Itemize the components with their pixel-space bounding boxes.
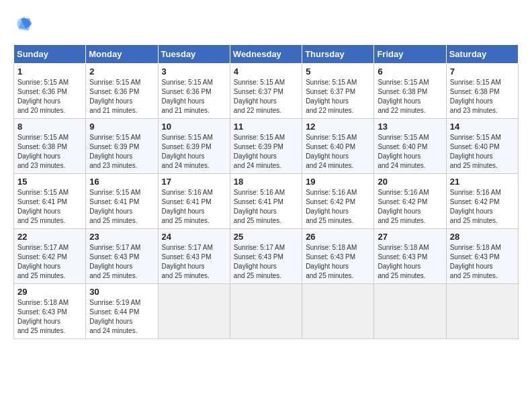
calendar-cell: 3 Sunrise: 5:15 AMSunset: 6:36 PMDayligh… (158, 64, 230, 119)
day-number: 17 (162, 177, 226, 187)
calendar-cell: 25 Sunrise: 5:17 AMSunset: 6:43 PMDaylig… (230, 229, 302, 284)
calendar-cell: 30 Sunrise: 5:19 AMSunset: 6:44 PMDaylig… (86, 284, 158, 339)
calendar-week-row: 8 Sunrise: 5:15 AMSunset: 6:38 PMDayligh… (14, 119, 519, 174)
weekday-header-friday: Friday (374, 45, 446, 64)
calendar-week-row: 15 Sunrise: 5:15 AMSunset: 6:41 PMDaylig… (14, 174, 519, 229)
calendar-cell: 19 Sunrise: 5:16 AMSunset: 6:42 PMDaylig… (302, 174, 374, 229)
calendar-cell (158, 284, 230, 339)
day-info: Sunrise: 5:15 AMSunset: 6:38 PMDaylight … (450, 79, 501, 114)
calendar-cell: 2 Sunrise: 5:15 AMSunset: 6:36 PMDayligh… (86, 64, 158, 119)
day-number: 14 (450, 122, 515, 132)
day-info: Sunrise: 5:19 AMSunset: 6:44 PMDaylight … (89, 299, 140, 334)
calendar-cell: 12 Sunrise: 5:15 AMSunset: 6:40 PMDaylig… (302, 119, 374, 174)
day-number: 11 (234, 122, 298, 132)
calendar-week-row: 1 Sunrise: 5:15 AMSunset: 6:36 PMDayligh… (14, 64, 519, 119)
day-number: 28 (450, 232, 515, 242)
day-info: Sunrise: 5:18 AMSunset: 6:43 PMDaylight … (306, 244, 357, 279)
calendar-cell: 14 Sunrise: 5:15 AMSunset: 6:40 PMDaylig… (446, 119, 518, 174)
day-number: 21 (450, 177, 515, 187)
weekday-header-tuesday: Tuesday (158, 45, 230, 64)
day-number: 25 (234, 232, 298, 242)
calendar-cell: 21 Sunrise: 5:16 AMSunset: 6:42 PMDaylig… (446, 174, 518, 229)
day-info: Sunrise: 5:17 AMSunset: 6:42 PMDaylight … (17, 244, 69, 279)
day-info: Sunrise: 5:15 AMSunset: 6:36 PMDaylight … (17, 79, 69, 114)
day-info: Sunrise: 5:15 AMSunset: 6:38 PMDaylight … (17, 134, 69, 169)
day-number: 16 (89, 177, 154, 187)
calendar-cell: 16 Sunrise: 5:15 AMSunset: 6:41 PMDaylig… (86, 174, 158, 229)
weekday-header-wednesday: Wednesday (230, 45, 302, 64)
calendar-cell: 29 Sunrise: 5:18 AMSunset: 6:43 PMDaylig… (14, 284, 86, 339)
day-number: 30 (89, 287, 154, 297)
day-number: 24 (162, 232, 226, 242)
calendar-cell: 17 Sunrise: 5:16 AMSunset: 6:41 PMDaylig… (158, 174, 230, 229)
day-number: 15 (17, 177, 82, 187)
day-info: Sunrise: 5:15 AMSunset: 6:41 PMDaylight … (17, 189, 69, 224)
day-info: Sunrise: 5:16 AMSunset: 6:41 PMDaylight … (162, 189, 213, 224)
day-info: Sunrise: 5:16 AMSunset: 6:41 PMDaylight … (234, 189, 285, 224)
day-number: 6 (378, 66, 442, 77)
calendar-cell: 23 Sunrise: 5:17 AMSunset: 6:43 PMDaylig… (86, 229, 158, 284)
day-number: 9 (89, 122, 154, 132)
day-number: 29 (17, 287, 82, 297)
day-info: Sunrise: 5:15 AMSunset: 6:36 PMDaylight … (162, 79, 213, 114)
calendar-cell: 11 Sunrise: 5:15 AMSunset: 6:39 PMDaylig… (230, 119, 302, 174)
day-info: Sunrise: 5:18 AMSunset: 6:43 PMDaylight … (17, 299, 69, 334)
logo-icon (13, 13, 34, 34)
day-info: Sunrise: 5:15 AMSunset: 6:37 PMDaylight … (306, 79, 357, 114)
weekday-header-monday: Monday (86, 45, 158, 64)
calendar-cell (374, 284, 446, 339)
calendar-cell (302, 284, 374, 339)
day-info: Sunrise: 5:16 AMSunset: 6:42 PMDaylight … (450, 189, 501, 224)
weekday-header-row: SundayMondayTuesdayWednesdayThursdayFrid… (14, 45, 519, 64)
day-number: 20 (378, 177, 442, 187)
calendar-cell: 15 Sunrise: 5:15 AMSunset: 6:41 PMDaylig… (14, 174, 86, 229)
day-number: 4 (234, 66, 298, 77)
day-info: Sunrise: 5:15 AMSunset: 6:40 PMDaylight … (450, 134, 501, 169)
calendar-table: SundayMondayTuesdayWednesdayThursdayFrid… (13, 44, 519, 339)
logo (13, 13, 36, 34)
calendar-body: 1 Sunrise: 5:15 AMSunset: 6:36 PMDayligh… (14, 64, 519, 339)
day-info: Sunrise: 5:16 AMSunset: 6:42 PMDaylight … (378, 189, 429, 224)
calendar-header: SundayMondayTuesdayWednesdayThursdayFrid… (14, 45, 519, 64)
calendar-cell: 4 Sunrise: 5:15 AMSunset: 6:37 PMDayligh… (230, 64, 302, 119)
day-info: Sunrise: 5:17 AMSunset: 6:43 PMDaylight … (89, 244, 140, 279)
day-info: Sunrise: 5:17 AMSunset: 6:43 PMDaylight … (234, 244, 285, 279)
calendar-cell: 18 Sunrise: 5:16 AMSunset: 6:41 PMDaylig… (230, 174, 302, 229)
day-info: Sunrise: 5:15 AMSunset: 6:40 PMDaylight … (306, 134, 357, 169)
calendar-cell: 1 Sunrise: 5:15 AMSunset: 6:36 PMDayligh… (14, 64, 86, 119)
weekday-header-sunday: Sunday (14, 45, 86, 64)
calendar-cell (230, 284, 302, 339)
calendar-cell: 13 Sunrise: 5:15 AMSunset: 6:40 PMDaylig… (374, 119, 446, 174)
calendar-cell: 20 Sunrise: 5:16 AMSunset: 6:42 PMDaylig… (374, 174, 446, 229)
day-info: Sunrise: 5:15 AMSunset: 6:41 PMDaylight … (89, 189, 140, 224)
calendar-cell: 7 Sunrise: 5:15 AMSunset: 6:38 PMDayligh… (446, 64, 518, 119)
calendar-cell: 8 Sunrise: 5:15 AMSunset: 6:38 PMDayligh… (14, 119, 86, 174)
header (13, 13, 519, 34)
day-info: Sunrise: 5:15 AMSunset: 6:38 PMDaylight … (378, 79, 429, 114)
day-number: 18 (234, 177, 298, 187)
day-number: 7 (450, 66, 515, 77)
day-number: 13 (378, 122, 442, 132)
day-info: Sunrise: 5:15 AMSunset: 6:39 PMDaylight … (234, 134, 285, 169)
day-number: 8 (17, 122, 82, 132)
day-info: Sunrise: 5:18 AMSunset: 6:43 PMDaylight … (450, 244, 501, 279)
calendar-cell: 28 Sunrise: 5:18 AMSunset: 6:43 PMDaylig… (446, 229, 518, 284)
day-number: 2 (89, 66, 154, 77)
calendar-week-row: 22 Sunrise: 5:17 AMSunset: 6:42 PMDaylig… (14, 229, 519, 284)
day-info: Sunrise: 5:15 AMSunset: 6:39 PMDaylight … (89, 134, 140, 169)
day-info: Sunrise: 5:18 AMSunset: 6:43 PMDaylight … (378, 244, 429, 279)
day-info: Sunrise: 5:15 AMSunset: 6:36 PMDaylight … (89, 79, 140, 114)
day-info: Sunrise: 5:15 AMSunset: 6:40 PMDaylight … (378, 134, 429, 169)
day-info: Sunrise: 5:16 AMSunset: 6:42 PMDaylight … (306, 189, 357, 224)
day-number: 1 (17, 66, 82, 77)
day-info: Sunrise: 5:17 AMSunset: 6:43 PMDaylight … (162, 244, 213, 279)
calendar-cell: 22 Sunrise: 5:17 AMSunset: 6:42 PMDaylig… (14, 229, 86, 284)
day-info: Sunrise: 5:15 AMSunset: 6:37 PMDaylight … (234, 79, 285, 114)
calendar-cell: 27 Sunrise: 5:18 AMSunset: 6:43 PMDaylig… (374, 229, 446, 284)
day-number: 27 (378, 232, 442, 242)
day-info: Sunrise: 5:15 AMSunset: 6:39 PMDaylight … (162, 134, 213, 169)
day-number: 26 (306, 232, 370, 242)
calendar-cell: 5 Sunrise: 5:15 AMSunset: 6:37 PMDayligh… (302, 64, 374, 119)
calendar-week-row: 29 Sunrise: 5:18 AMSunset: 6:43 PMDaylig… (14, 284, 519, 339)
day-number: 3 (162, 66, 226, 77)
